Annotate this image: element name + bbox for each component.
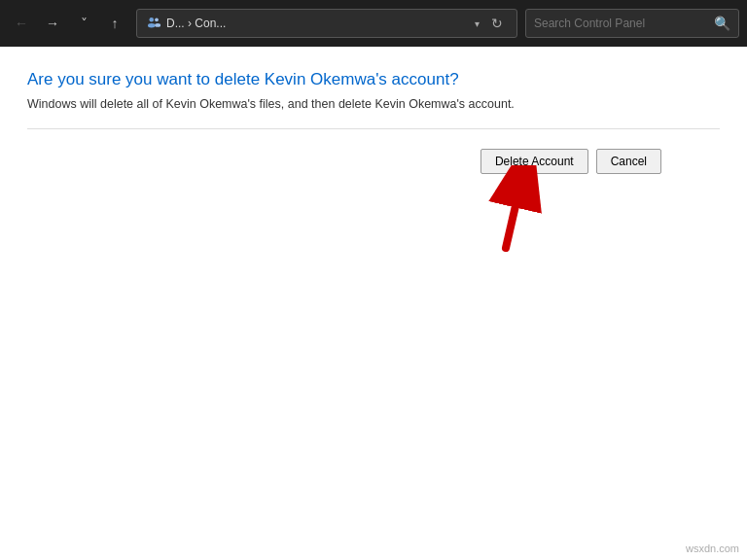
breadcrumb-text: D... › Con... xyxy=(166,17,469,30)
main-content: Are you sure you want to delete Kevin Ok… xyxy=(0,47,747,193)
refresh-button[interactable]: ↻ xyxy=(485,12,509,35)
svg-point-2 xyxy=(155,18,159,21)
svg-point-1 xyxy=(148,23,156,28)
svg-point-0 xyxy=(150,18,155,22)
address-bar[interactable]: D... › Con... ▾ ↻ xyxy=(136,9,517,38)
users-icon xyxy=(145,15,162,32)
svg-line-5 xyxy=(506,185,520,248)
down-button[interactable]: ˅ xyxy=(70,10,97,37)
search-box[interactable]: 🔍 xyxy=(525,9,739,38)
svg-point-3 xyxy=(155,23,160,27)
actions-row: Delete Account Cancel xyxy=(27,149,720,174)
search-icon[interactable]: 🔍 xyxy=(714,16,730,31)
divider xyxy=(27,128,720,129)
up-button[interactable]: ↑ xyxy=(101,10,128,37)
description-text: Windows will delete all of Kevin Okemwa'… xyxy=(27,97,720,111)
watermark: wsxdn.com xyxy=(686,542,739,554)
back-button[interactable]: ← xyxy=(8,10,35,37)
breadcrumb-dropdown-button[interactable]: ▾ xyxy=(473,18,481,29)
forward-button[interactable]: → xyxy=(39,10,66,37)
search-input[interactable] xyxy=(534,17,710,30)
delete-account-button[interactable]: Delete Account xyxy=(480,149,588,174)
titlebar: ← → ˅ ↑ D... › Con... ▾ ↻ 🔍 xyxy=(0,0,747,47)
cancel-button[interactable]: Cancel xyxy=(596,149,661,174)
confirmation-heading: Are you sure you want to delete Kevin Ok… xyxy=(27,70,720,89)
